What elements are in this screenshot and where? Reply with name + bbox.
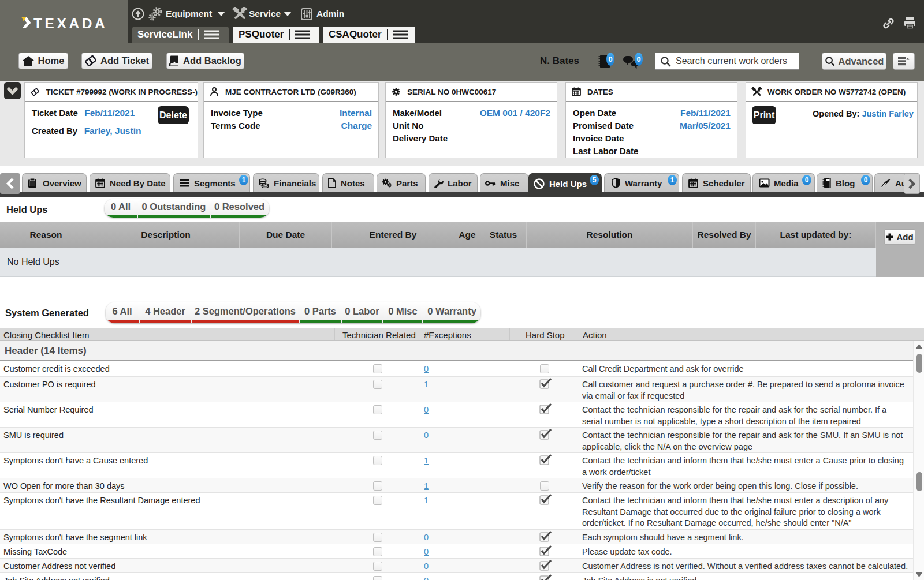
svg-text:TEXADA: TEXADA <box>33 16 107 31</box>
